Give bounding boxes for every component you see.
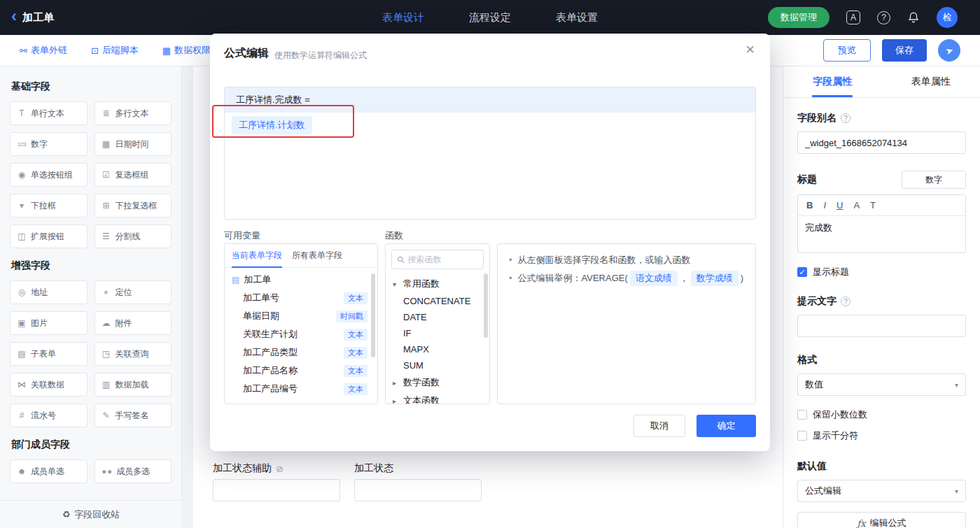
field-member-multi[interactable]: ☻☻成员多选 <box>94 459 172 483</box>
field-member-single[interactable]: ☻成员单选 <box>10 459 88 483</box>
field-extend-button[interactable]: ◫扩展按钮 <box>10 224 88 248</box>
field-image[interactable]: ▣图片 <box>10 311 88 335</box>
function-item[interactable]: DATE <box>386 309 489 325</box>
field-related-query[interactable]: ◳关联查询 <box>94 342 172 366</box>
field-datetime[interactable]: ▦日期时间 <box>94 132 172 156</box>
field-data-load[interactable]: ▥数据加载 <box>94 373 172 397</box>
scrollbar[interactable] <box>371 273 375 357</box>
bold-button[interactable]: B <box>806 200 813 211</box>
field-location[interactable]: ⌖定位 <box>94 280 172 304</box>
language-icon[interactable]: A <box>846 10 860 24</box>
field-alias-input[interactable] <box>797 131 966 154</box>
avatar[interactable]: 检 <box>937 7 958 28</box>
field-label: 多行文本 <box>115 108 149 120</box>
edit-formula-button[interactable]: ƒx 编辑公式 <box>797 512 966 528</box>
default-value-select[interactable]: 公式编辑 ▾ <box>797 480 966 502</box>
show-title-checkbox[interactable]: ✓ 显示标题 <box>797 266 966 278</box>
member-multi-icon: ☻☻ <box>102 469 113 475</box>
type-tag: 文本 <box>344 329 368 341</box>
field-recycle-bin[interactable]: ♻ 字段回收站 <box>0 500 182 528</box>
form-external-link[interactable]: ⚯ 表单外链 <box>20 44 67 57</box>
variable-row[interactable]: 关联生产计划文本 <box>225 325 377 343</box>
field-number[interactable]: 123数字 <box>10 132 88 156</box>
field-dropdown-multi[interactable]: ⊞下拉复选框 <box>94 194 172 217</box>
processing-status-helper-input[interactable] <box>213 479 340 501</box>
color-button[interactable]: A <box>853 200 860 211</box>
variable-row[interactable]: 加工产品名称文本 <box>225 362 377 380</box>
format-select[interactable]: 数值 ▾ <box>797 373 966 396</box>
function-group-common[interactable]: ▾ 常用函数 <box>386 275 489 293</box>
save-button[interactable]: 保存 <box>882 39 927 62</box>
processing-status-input[interactable] <box>354 479 482 501</box>
variable-row[interactable]: 单据日期时间戳 <box>225 307 377 325</box>
title-rich-editor[interactable]: B I U A T 完成数 <box>797 194 966 253</box>
function-group-text[interactable]: ▸ 文本函数 <box>386 392 489 404</box>
cancel-button[interactable]: 取消 <box>634 415 685 437</box>
variables-label: 可用变量 <box>224 229 260 242</box>
type-tag: 文本 <box>344 383 368 395</box>
data-manage-button[interactable]: 数据管理 <box>768 7 830 28</box>
decimal-places-checkbox[interactable]: 保留小数位数 <box>797 408 966 421</box>
formula-input-area[interactable]: 工序详情.计划数 <box>225 113 755 219</box>
field-checkbox-group[interactable]: ☑复选框组 <box>94 163 172 187</box>
close-icon[interactable]: × <box>746 42 755 57</box>
back-button[interactable]: ‹ 加工单 <box>11 9 54 26</box>
tab-process-settings[interactable]: 流程设定 <box>469 11 511 24</box>
formula-editor[interactable]: 工序详情.完成数 = 工序详情.计划数 <box>224 87 756 220</box>
italic-button[interactable]: I <box>823 200 826 211</box>
field-radio-group[interactable]: ◉单选按钮组 <box>10 163 88 187</box>
field-attachment[interactable]: ☁附件 <box>94 311 172 335</box>
formula-variable-chip[interactable]: 工序详情.计划数 <box>232 116 312 134</box>
variable-row[interactable]: 加工单号文本 <box>225 289 377 307</box>
field-dropdown[interactable]: ▾下拉框 <box>10 194 88 217</box>
backend-script-link[interactable]: ⊡ 后端脚本 <box>91 44 139 57</box>
field-related-data[interactable]: ⋈关联数据 <box>10 373 88 397</box>
variable-row[interactable]: 加工产品编号文本 <box>225 380 377 398</box>
function-search-input[interactable] <box>408 255 477 264</box>
field-divider[interactable]: ☰分割线 <box>94 224 172 248</box>
scrollbar[interactable] <box>484 273 488 338</box>
recycle-icon: ♻ <box>62 509 71 520</box>
underline-button[interactable]: U <box>836 200 843 211</box>
function-search-box[interactable]: ⚲ <box>391 250 484 269</box>
field-single-line-text[interactable]: T单行文本 <box>10 101 88 125</box>
tab-form-properties[interactable]: 表单属性 <box>882 66 980 97</box>
hint-text-input[interactable] <box>797 315 966 337</box>
title-value[interactable]: 完成数 <box>798 216 965 252</box>
data-permission-link[interactable]: ▦ 数据权限 <box>162 44 211 57</box>
bell-icon[interactable] <box>907 11 920 24</box>
field-address[interactable]: ◎地址 <box>10 280 88 304</box>
function-item[interactable]: IF <box>386 325 489 341</box>
field-multi-line-text[interactable]: ≣多行文本 <box>94 101 172 125</box>
field-alias-label: 字段别名 ? <box>797 112 966 124</box>
font-size-button[interactable]: T <box>870 200 876 211</box>
tab-all-form-fields[interactable]: 所有表单字段 <box>292 244 342 267</box>
help-icon[interactable]: ? <box>877 11 890 24</box>
function-group-math[interactable]: ▸ 数学函数 <box>386 373 489 392</box>
tab-field-properties[interactable]: 字段属性 <box>783 66 882 97</box>
field-label: 手写签名 <box>115 410 149 422</box>
help-icon[interactable]: ? <box>841 297 850 306</box>
field-signature[interactable]: ✎手写签名 <box>94 404 172 427</box>
document-icon: ▤ <box>232 275 239 285</box>
function-item[interactable]: MAPX <box>386 341 489 357</box>
tree-root-form[interactable]: ▤ 加工单 <box>225 268 377 289</box>
tab-form-settings[interactable]: 表单设置 <box>556 11 598 24</box>
confirm-button[interactable]: 确定 <box>696 415 756 437</box>
help-icon[interactable]: ? <box>841 113 850 123</box>
permission-icon: ▦ <box>162 45 171 56</box>
preview-button[interactable]: 预览 <box>823 39 871 62</box>
tab-form-design[interactable]: 表单设计 <box>382 11 424 24</box>
tab-current-form-fields[interactable]: 当前表单字段 <box>232 244 282 267</box>
variable-row[interactable]: 加工产品类型文本 <box>225 343 377 362</box>
share-button[interactable]: ➤ <box>938 39 960 62</box>
thousands-separator-checkbox[interactable]: 显示千分符 <box>797 429 966 442</box>
field-label: 扩展按钮 <box>31 231 64 243</box>
function-item[interactable]: SUM <box>386 357 489 373</box>
field-subform[interactable]: ▤子表单 <box>10 342 88 366</box>
formula-edit-modal: 公式编辑 使用数学运算符编辑公式 × 工序详情.完成数 = 工序详情.计划数 可… <box>210 34 770 451</box>
function-item[interactable]: CONCATENATE <box>386 293 489 309</box>
field-serial-number[interactable]: #流水号 <box>10 404 88 427</box>
formula-target: 工序详情.完成数 = <box>225 87 755 113</box>
data-load-icon: ▥ <box>102 380 111 390</box>
